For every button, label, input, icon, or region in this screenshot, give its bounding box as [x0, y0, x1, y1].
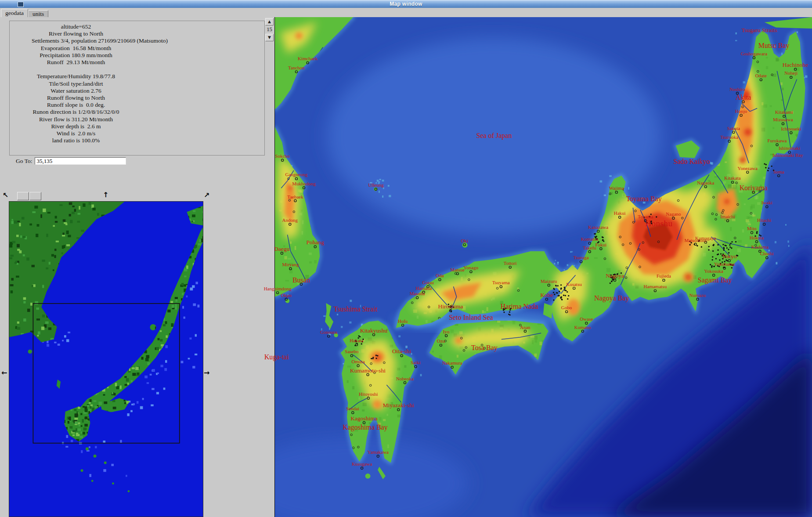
- info-line: Runoff slope is 0.0 deg.: [10, 101, 142, 108]
- tab-bar: geodata units: [1, 9, 48, 17]
- info-line: River depth is 2.6 m: [10, 123, 142, 130]
- info-line: River flowing to North: [10, 30, 142, 37]
- window-menu-icon[interactable]: [18, 2, 24, 7]
- map-raster: [275, 17, 812, 517]
- info-line: Temperature/Humidity 19.8/77.8: [10, 73, 142, 80]
- info-line: Runon direction is 1/2/0/8/16/32/0/0: [10, 108, 142, 116]
- zoom-level: 15: [265, 26, 274, 33]
- minimap[interactable]: [9, 201, 203, 517]
- pan-east-arrow-icon[interactable]: →: [204, 369, 209, 376]
- tab-geodata[interactable]: geodata: [1, 9, 28, 17]
- info-line: River flow is 311.20 Mt/month: [10, 116, 142, 123]
- geodata-info-panel: altitude=652River flowing to NorthSettle…: [9, 21, 265, 155]
- minimap-raster: [9, 202, 203, 517]
- info-line: Runoff 29.13 Mt/month: [10, 59, 142, 66]
- info-line: Water saturation 2.76: [10, 87, 142, 94]
- zoom-in-button[interactable]: ▲: [265, 18, 274, 25]
- info-line: [10, 66, 142, 73]
- pan-northwest-arrow-icon[interactable]: ↖: [3, 192, 8, 199]
- titlebar[interactable]: Map window: [0, 0, 812, 8]
- goto-input[interactable]: [35, 157, 126, 165]
- info-line: altitude=652: [10, 23, 142, 30]
- info-line: Runoff flowing to North: [10, 94, 142, 101]
- info-line: Wind is 2.0 m/s: [10, 130, 142, 137]
- tab-units[interactable]: units: [28, 10, 48, 17]
- zoom-out-button[interactable]: ▼: [265, 34, 274, 41]
- window-title: Map window: [390, 1, 422, 7]
- main-map[interactable]: Sea of JapanTsugaru StraitsMutsu BayIshi…: [274, 17, 812, 517]
- info-line: Settlements 3/4, population 271699/21066…: [32, 37, 168, 44]
- map-view-icon-button[interactable]: [17, 192, 29, 200]
- info-line: Tile/Soil type:land/dirt: [10, 80, 142, 87]
- terrain-view-icon-button[interactable]: [29, 192, 41, 200]
- pan-northeast-arrow-icon[interactable]: ↗: [204, 192, 209, 199]
- info-line: land ratio is 100.0%: [10, 137, 142, 144]
- pan-west-arrow-icon[interactable]: ←: [1, 369, 7, 376]
- zoom-control: ▲ 15 ▼: [265, 18, 274, 41]
- goto-row: Go To:: [16, 157, 126, 165]
- pan-north-arrow-icon[interactable]: ↑: [103, 192, 108, 199]
- info-line: Precipitation 180.9 mm/month: [10, 52, 142, 59]
- goto-label: Go To:: [16, 158, 32, 165]
- info-line: Evaporation 16.58 Mt/month: [10, 45, 142, 52]
